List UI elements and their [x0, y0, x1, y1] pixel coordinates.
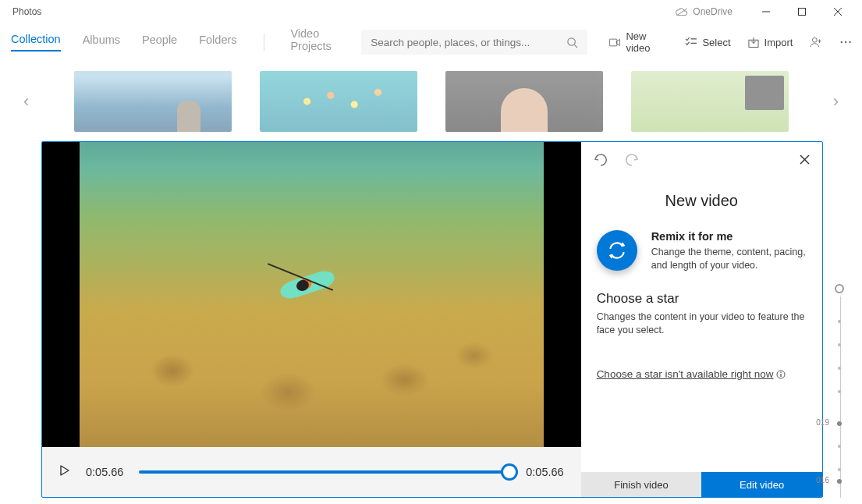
- seek-handle[interactable]: [501, 463, 518, 481]
- maximize-button[interactable]: [784, 0, 820, 23]
- app-title: Photos: [12, 6, 41, 17]
- toolbar: Collection Albums People Folders Video P…: [0, 23, 862, 61]
- svg-rect-2: [799, 9, 806, 16]
- undo-icon[interactable]: [594, 153, 608, 167]
- cloud-icon: [676, 8, 688, 16]
- refresh-icon: [607, 240, 627, 261]
- choose-star-section: Choose a star Changes the content in you…: [581, 272, 822, 337]
- onedrive-label: OneDrive: [693, 6, 733, 17]
- choose-title: Choose a star: [597, 291, 807, 307]
- minimap-label: 019: [816, 418, 829, 427]
- toolbar-actions: New video Select Import: [609, 30, 851, 54]
- svg-point-9: [813, 37, 818, 42]
- svg-point-11: [845, 41, 846, 43]
- svg-point-10: [840, 41, 842, 43]
- tab-collection[interactable]: Collection: [11, 33, 61, 51]
- panel-title: New video: [581, 192, 822, 210]
- project-carousel: ‹ ›: [0, 62, 862, 140]
- edit-video-button[interactable]: Edit video: [701, 472, 822, 497]
- side-panel: New video Remix it for me Change the the…: [581, 142, 822, 497]
- search-icon: [566, 37, 578, 48]
- carousel-prev[interactable]: ‹: [23, 91, 29, 112]
- play-button[interactable]: [59, 465, 70, 479]
- info-icon: [776, 370, 786, 379]
- timeline-minimap[interactable]: 019 016: [832, 282, 848, 498]
- more-icon[interactable]: [840, 41, 851, 44]
- remix-desc: Change the theme, content, pacing, and l…: [651, 246, 807, 272]
- project-thumb[interactable]: [631, 71, 789, 132]
- choose-desc: Changes the content in your video to fea…: [597, 311, 807, 337]
- minimap-label: 016: [816, 476, 829, 484]
- import-icon: [748, 37, 759, 48]
- video-plus-icon: [609, 37, 620, 48]
- person-add-icon[interactable]: [810, 36, 822, 48]
- minimize-button[interactable]: [748, 0, 784, 23]
- project-thumb[interactable]: [260, 71, 417, 132]
- tab-video-projects[interactable]: Video Projects: [290, 27, 350, 57]
- carousel-next[interactable]: ›: [833, 91, 839, 112]
- svg-line-0: [677, 8, 687, 15]
- svg-point-12: [849, 41, 850, 43]
- select-icon: [685, 37, 697, 48]
- project-thumb[interactable]: [445, 71, 603, 132]
- seek-bar[interactable]: [139, 470, 510, 474]
- tab-divider: [264, 34, 264, 51]
- video-pane: 0:05.66 0:05.66: [42, 142, 581, 497]
- panel-footer: Finish video Edit video: [581, 472, 822, 497]
- close-icon: [800, 154, 810, 165]
- redo-icon[interactable]: [625, 153, 639, 167]
- search-input[interactable]: [371, 37, 566, 48]
- svg-point-17: [781, 371, 782, 373]
- close-button[interactable]: [820, 0, 856, 23]
- current-time: 0:05.66: [86, 466, 123, 478]
- svg-point-5: [568, 37, 575, 44]
- project-thumb[interactable]: [74, 71, 232, 132]
- nav-tabs: Collection Albums People Folders Video P…: [11, 27, 350, 57]
- video-preview[interactable]: [80, 142, 544, 447]
- tab-albums[interactable]: Albums: [83, 34, 120, 51]
- search-box[interactable]: [361, 30, 587, 55]
- kayak-graphic: [278, 268, 336, 301]
- remix-title: Remix it for me: [651, 230, 807, 243]
- video-editor-dialog: 0:05.66 0:05.66 New video Remix it for m: [41, 141, 823, 498]
- select-button[interactable]: Select: [685, 37, 730, 48]
- minimap-handle[interactable]: [835, 284, 844, 293]
- tab-people[interactable]: People: [142, 34, 177, 51]
- remix-badge: [597, 230, 637, 271]
- onedrive-status[interactable]: OneDrive: [676, 6, 733, 17]
- svg-rect-7: [610, 39, 618, 46]
- new-video-button[interactable]: New video: [609, 30, 668, 54]
- svg-line-6: [574, 44, 577, 48]
- duration: 0:05.66: [526, 466, 563, 478]
- titlebar: Photos OneDrive: [0, 0, 862, 23]
- play-icon: [59, 465, 70, 476]
- finish-video-button[interactable]: Finish video: [581, 472, 702, 497]
- window-controls: [748, 0, 856, 23]
- remix-option[interactable]: Remix it for me Change the theme, conten…: [581, 230, 822, 272]
- close-panel-button[interactable]: [800, 154, 810, 167]
- choose-star-link[interactable]: Choose a star isn't available right now: [597, 368, 807, 380]
- import-button[interactable]: Import: [748, 37, 793, 48]
- player-controls: 0:05.66 0:05.66: [42, 447, 581, 497]
- tab-folders[interactable]: Folders: [199, 34, 236, 51]
